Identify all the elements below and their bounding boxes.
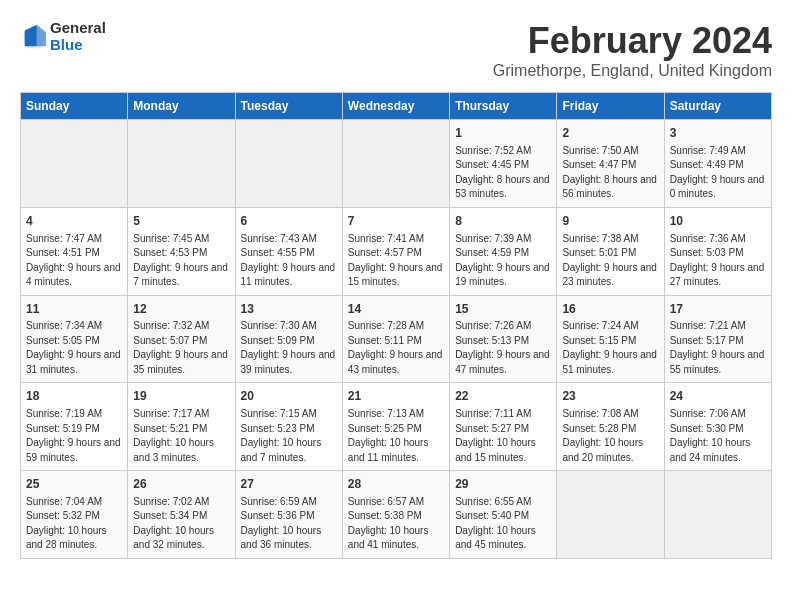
calendar-title: February 2024 [493,20,772,62]
day-number: 18 [26,388,122,405]
calendar-cell: 23Sunrise: 7:08 AMSunset: 5:28 PMDayligh… [557,383,664,471]
day-info: Sunrise: 7:08 AMSunset: 5:28 PMDaylight:… [562,407,658,465]
day-number: 13 [241,301,337,318]
logo-blue: Blue [50,37,106,54]
calendar-cell: 17Sunrise: 7:21 AMSunset: 5:17 PMDayligh… [664,295,771,383]
calendar-cell: 22Sunrise: 7:11 AMSunset: 5:27 PMDayligh… [450,383,557,471]
day-number: 25 [26,476,122,493]
calendar-body: 1Sunrise: 7:52 AMSunset: 4:45 PMDaylight… [21,120,772,559]
calendar-cell: 7Sunrise: 7:41 AMSunset: 4:57 PMDaylight… [342,207,449,295]
day-number: 16 [562,301,658,318]
day-number: 3 [670,125,766,142]
day-number: 7 [348,213,444,230]
column-header-friday: Friday [557,93,664,120]
column-header-wednesday: Wednesday [342,93,449,120]
day-info: Sunrise: 7:04 AMSunset: 5:32 PMDaylight:… [26,495,122,553]
day-number: 19 [133,388,229,405]
day-info: Sunrise: 7:52 AMSunset: 4:45 PMDaylight:… [455,144,551,202]
day-info: Sunrise: 7:28 AMSunset: 5:11 PMDaylight:… [348,319,444,377]
calendar-cell: 26Sunrise: 7:02 AMSunset: 5:34 PMDayligh… [128,471,235,559]
day-number: 10 [670,213,766,230]
calendar-cell [21,120,128,208]
calendar-cell: 24Sunrise: 7:06 AMSunset: 5:30 PMDayligh… [664,383,771,471]
logo-icon [20,23,48,51]
calendar-cell: 5Sunrise: 7:45 AMSunset: 4:53 PMDaylight… [128,207,235,295]
calendar-cell: 21Sunrise: 7:13 AMSunset: 5:25 PMDayligh… [342,383,449,471]
calendar-week-4: 18Sunrise: 7:19 AMSunset: 5:19 PMDayligh… [21,383,772,471]
day-number: 26 [133,476,229,493]
day-info: Sunrise: 7:43 AMSunset: 4:55 PMDaylight:… [241,232,337,290]
day-number: 14 [348,301,444,318]
calendar-cell: 18Sunrise: 7:19 AMSunset: 5:19 PMDayligh… [21,383,128,471]
calendar-table: SundayMondayTuesdayWednesdayThursdayFrid… [20,92,772,559]
svg-marker-1 [37,24,46,45]
column-header-monday: Monday [128,93,235,120]
day-info: Sunrise: 7:24 AMSunset: 5:15 PMDaylight:… [562,319,658,377]
calendar-cell: 29Sunrise: 6:55 AMSunset: 5:40 PMDayligh… [450,471,557,559]
calendar-cell [557,471,664,559]
day-info: Sunrise: 7:17 AMSunset: 5:21 PMDaylight:… [133,407,229,465]
day-info: Sunrise: 7:38 AMSunset: 5:01 PMDaylight:… [562,232,658,290]
calendar-cell: 4Sunrise: 7:47 AMSunset: 4:51 PMDaylight… [21,207,128,295]
calendar-cell: 3Sunrise: 7:49 AMSunset: 4:49 PMDaylight… [664,120,771,208]
day-number: 2 [562,125,658,142]
calendar-header-row: SundayMondayTuesdayWednesdayThursdayFrid… [21,93,772,120]
calendar-cell [342,120,449,208]
column-header-saturday: Saturday [664,93,771,120]
calendar-cell: 16Sunrise: 7:24 AMSunset: 5:15 PMDayligh… [557,295,664,383]
day-info: Sunrise: 7:21 AMSunset: 5:17 PMDaylight:… [670,319,766,377]
logo: General Blue [20,20,106,53]
calendar-week-1: 1Sunrise: 7:52 AMSunset: 4:45 PMDaylight… [21,120,772,208]
day-info: Sunrise: 7:15 AMSunset: 5:23 PMDaylight:… [241,407,337,465]
calendar-cell: 2Sunrise: 7:50 AMSunset: 4:47 PMDaylight… [557,120,664,208]
day-number: 5 [133,213,229,230]
calendar-cell: 1Sunrise: 7:52 AMSunset: 4:45 PMDaylight… [450,120,557,208]
calendar-cell: 13Sunrise: 7:30 AMSunset: 5:09 PMDayligh… [235,295,342,383]
calendar-cell [235,120,342,208]
day-info: Sunrise: 6:57 AMSunset: 5:38 PMDaylight:… [348,495,444,553]
calendar-week-5: 25Sunrise: 7:04 AMSunset: 5:32 PMDayligh… [21,471,772,559]
title-section: February 2024 Grimethorpe, England, Unit… [493,20,772,80]
day-number: 23 [562,388,658,405]
day-number: 21 [348,388,444,405]
day-info: Sunrise: 7:11 AMSunset: 5:27 PMDaylight:… [455,407,551,465]
day-number: 29 [455,476,551,493]
day-info: Sunrise: 7:30 AMSunset: 5:09 PMDaylight:… [241,319,337,377]
day-number: 15 [455,301,551,318]
day-number: 17 [670,301,766,318]
day-info: Sunrise: 7:41 AMSunset: 4:57 PMDaylight:… [348,232,444,290]
day-info: Sunrise: 7:34 AMSunset: 5:05 PMDaylight:… [26,319,122,377]
day-info: Sunrise: 7:26 AMSunset: 5:13 PMDaylight:… [455,319,551,377]
calendar-cell: 11Sunrise: 7:34 AMSunset: 5:05 PMDayligh… [21,295,128,383]
day-info: Sunrise: 7:50 AMSunset: 4:47 PMDaylight:… [562,144,658,202]
day-info: Sunrise: 7:45 AMSunset: 4:53 PMDaylight:… [133,232,229,290]
day-number: 8 [455,213,551,230]
day-info: Sunrise: 7:39 AMSunset: 4:59 PMDaylight:… [455,232,551,290]
column-header-tuesday: Tuesday [235,93,342,120]
day-number: 11 [26,301,122,318]
calendar-cell: 12Sunrise: 7:32 AMSunset: 5:07 PMDayligh… [128,295,235,383]
calendar-cell: 6Sunrise: 7:43 AMSunset: 4:55 PMDaylight… [235,207,342,295]
day-info: Sunrise: 7:02 AMSunset: 5:34 PMDaylight:… [133,495,229,553]
calendar-week-3: 11Sunrise: 7:34 AMSunset: 5:05 PMDayligh… [21,295,772,383]
day-info: Sunrise: 7:36 AMSunset: 5:03 PMDaylight:… [670,232,766,290]
calendar-cell: 20Sunrise: 7:15 AMSunset: 5:23 PMDayligh… [235,383,342,471]
day-info: Sunrise: 6:59 AMSunset: 5:36 PMDaylight:… [241,495,337,553]
calendar-cell: 19Sunrise: 7:17 AMSunset: 5:21 PMDayligh… [128,383,235,471]
calendar-cell [664,471,771,559]
day-number: 20 [241,388,337,405]
column-header-sunday: Sunday [21,93,128,120]
day-number: 24 [670,388,766,405]
calendar-week-2: 4Sunrise: 7:47 AMSunset: 4:51 PMDaylight… [21,207,772,295]
day-info: Sunrise: 7:19 AMSunset: 5:19 PMDaylight:… [26,407,122,465]
day-number: 4 [26,213,122,230]
day-number: 27 [241,476,337,493]
day-number: 22 [455,388,551,405]
day-number: 1 [455,125,551,142]
day-info: Sunrise: 7:49 AMSunset: 4:49 PMDaylight:… [670,144,766,202]
column-header-thursday: Thursday [450,93,557,120]
calendar-cell: 27Sunrise: 6:59 AMSunset: 5:36 PMDayligh… [235,471,342,559]
day-number: 9 [562,213,658,230]
calendar-cell: 15Sunrise: 7:26 AMSunset: 5:13 PMDayligh… [450,295,557,383]
day-info: Sunrise: 7:13 AMSunset: 5:25 PMDaylight:… [348,407,444,465]
